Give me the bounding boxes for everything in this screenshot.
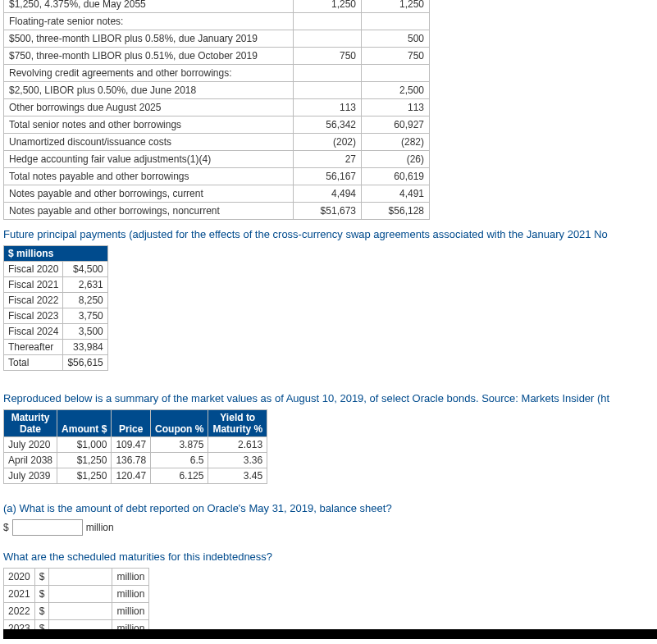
borrowing-label: Notes payable and other borrowings, curr… (4, 185, 294, 203)
scheduled-maturities-table: 2020$million2021$million2022$million2023… (3, 568, 149, 637)
borrowing-label: Total notes payable and other borrowings (4, 168, 294, 185)
borrowing-col1: (202) (294, 134, 362, 151)
bond-cell: 2.613 (208, 437, 267, 453)
future-value: $56,615 (63, 355, 107, 371)
table-row: July 2020$1,000109.473.8752.613 (4, 437, 267, 453)
future-value: 3,500 (63, 324, 107, 340)
sched-input[interactable] (50, 604, 111, 619)
bonds-table: MaturityDate Amount $ Price Coupon % Yie… (3, 409, 267, 484)
table-row: Notes payable and other borrowings, nonc… (4, 203, 430, 220)
future-value: 8,250 (63, 293, 107, 308)
bonds-header-maturity: MaturityDate (4, 410, 57, 437)
future-year: Fiscal 2023 (4, 308, 63, 324)
sched-input[interactable] (50, 587, 111, 601)
borrowing-col1: 750 (294, 48, 362, 65)
borrowing-col2: 1,250 (362, 0, 430, 13)
borrowing-label: Hedge accounting fair value adjustments(… (4, 151, 294, 168)
borrowing-label: Floating-rate senior notes: (4, 13, 294, 30)
borrowing-col1 (294, 65, 362, 82)
table-row: Total notes payable and other borrowings… (4, 168, 430, 185)
sched-year: 2022 (4, 603, 35, 620)
borrowing-label: Total senior notes and other borrowings (4, 116, 294, 134)
borrowing-col1: 4,494 (294, 185, 362, 203)
borrowing-label: Other borrowings due August 2025 (4, 99, 294, 116)
bond-cell: 3.36 (208, 453, 267, 468)
borrowing-col2 (362, 13, 430, 30)
bond-cell: 6.125 (151, 468, 208, 484)
bonds-header-coupon: Coupon % (151, 410, 208, 437)
borrowing-col2: 60,927 (362, 116, 430, 134)
table-row: Revolving credit agreements and other bo… (4, 65, 430, 82)
future-payments-table: $ millions Fiscal 2020$4,500Fiscal 20212… (3, 245, 108, 371)
table-row: July 2039$1,250120.476.1253.45 (4, 468, 267, 484)
borrowing-col2 (362, 65, 430, 82)
borrowing-label: $750, three-month LIBOR plus 0.51%, due … (4, 48, 294, 65)
table-row: Total senior notes and other borrowings5… (4, 116, 430, 134)
table-row: Hedge accounting fair value adjustments(… (4, 151, 430, 168)
borrowing-col1: 56,342 (294, 116, 362, 134)
future-year: Fiscal 2024 (4, 324, 63, 340)
table-row: Fiscal 20228,250 (4, 293, 108, 308)
borrowing-label: Notes payable and other borrowings, nonc… (4, 203, 294, 220)
bonds-header-price: Price (112, 410, 151, 437)
borrowing-label: $1,250, 4.375%, due May 2055 (4, 0, 294, 13)
bonds-header-amount: Amount $ (57, 410, 112, 437)
table-row: Floating-rate senior notes: (4, 13, 430, 30)
bond-cell: 136.78 (112, 453, 151, 468)
question-a: (a) What is the amount of debt reported … (3, 502, 657, 514)
borrowing-col2: 500 (362, 30, 430, 48)
borrowing-col1: 27 (294, 151, 362, 168)
table-row: Other borrowings due August 2025113113 (4, 99, 430, 116)
table-row: $1,250, 4.375%, due May 20551,2501,250 (4, 0, 430, 13)
borrowings-table: $1,250, 4.375%, due May 20551,2501,250Fl… (3, 0, 430, 220)
future-year: Thereafter (4, 340, 63, 355)
bond-cell: $1,250 (57, 453, 112, 468)
future-value: $4,500 (63, 262, 107, 277)
borrowing-label: $2,500, LIBOR plus 0.50%, due June 2018 (4, 82, 294, 99)
bond-cell: 109.47 (112, 437, 151, 453)
sched-year: 2021 (4, 586, 35, 603)
borrowing-col1 (294, 13, 362, 30)
sched-currency: $ (34, 586, 49, 603)
table-row: Notes payable and other borrowings, curr… (4, 185, 430, 203)
bonds-intro-text: Reproduced below is a summary of the mar… (3, 392, 657, 404)
bond-cell: April 2038 (4, 453, 57, 468)
borrowing-col1: 56,167 (294, 168, 362, 185)
future-value: 2,631 (63, 277, 107, 293)
sched-unit: million (112, 569, 149, 586)
table-row: April 2038$1,250136.786.53.36 (4, 453, 267, 468)
sched-input[interactable] (50, 569, 111, 584)
sched-currency: $ (34, 603, 49, 620)
table-row: 2022$million (4, 603, 149, 620)
bond-cell: 120.47 (112, 468, 151, 484)
sched-unit: million (112, 586, 149, 603)
borrowing-col2: 2,500 (362, 82, 430, 99)
future-year: Fiscal 2022 (4, 293, 63, 308)
table-row: $2,500, LIBOR plus 0.50%, due June 20182… (4, 82, 430, 99)
bond-cell: 3.45 (208, 468, 267, 484)
borrowing-col1: 1,250 (294, 0, 362, 13)
bond-cell: 6.5 (151, 453, 208, 468)
table-row: Total$56,615 (4, 355, 108, 371)
borrowing-col1: $51,673 (294, 203, 362, 220)
table-row: 2021$million (4, 586, 149, 603)
future-year: Fiscal 2021 (4, 277, 63, 293)
sched-currency: $ (34, 569, 49, 586)
bond-cell: July 2039 (4, 468, 57, 484)
future-value: 33,984 (63, 340, 107, 355)
bond-cell: July 2020 (4, 437, 57, 453)
bond-cell: 3.875 (151, 437, 208, 453)
table-row: Fiscal 20243,500 (4, 324, 108, 340)
future-value: 3,750 (63, 308, 107, 324)
question-a-input[interactable] (12, 519, 83, 536)
bond-cell: $1,250 (57, 468, 112, 484)
borrowing-col2: 4,491 (362, 185, 430, 203)
borrowing-col2: 750 (362, 48, 430, 65)
table-row: Fiscal 20212,631 (4, 277, 108, 293)
borrowing-col1 (294, 82, 362, 99)
borrowing-col1 (294, 30, 362, 48)
bond-cell: $1,000 (57, 437, 112, 453)
question-a-prefix: $ (3, 522, 9, 533)
borrowing-label: $500, three-month LIBOR plus 0.58%, due … (4, 30, 294, 48)
future-year: Total (4, 355, 63, 371)
